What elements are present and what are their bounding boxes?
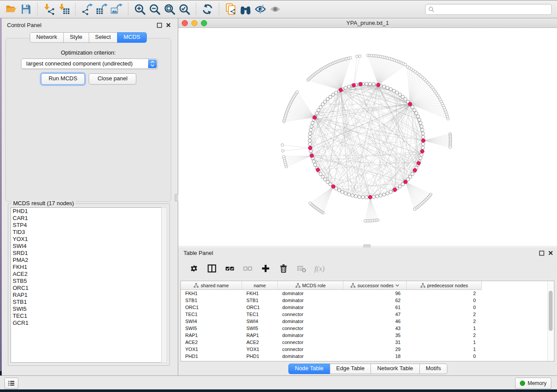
zoom-fit-button[interactable] [162, 2, 177, 17]
column-header-predecessor-nodes[interactable]: predecessor nodes [407, 281, 482, 290]
tab-network-table[interactable]: Network Table [370, 364, 419, 374]
cell[interactable]: ACE2 [242, 340, 278, 345]
float-icon[interactable] [156, 22, 162, 28]
column-header-name[interactable]: name [242, 281, 278, 290]
column-header-successor-nodes[interactable]: successor nodes [343, 281, 407, 290]
table-row[interactable]: FKH1FKH1dominator962 [181, 290, 554, 297]
cell[interactable]: 1 [407, 326, 482, 331]
table-scrollbar-thumb[interactable] [549, 291, 553, 331]
network-graph[interactable] [178, 28, 557, 246]
zoom-out-button[interactable] [147, 2, 162, 17]
ui-options-button[interactable] [4, 378, 18, 389]
zoom-selected-button[interactable] [177, 2, 192, 17]
search-network-button[interactable] [238, 2, 253, 17]
cell[interactable]: 35 [343, 333, 407, 338]
delete-column-button[interactable] [278, 263, 289, 274]
search-box[interactable] [425, 4, 552, 15]
cell[interactable]: SWI4 [242, 319, 278, 324]
cell[interactable]: ORC1 [181, 305, 242, 310]
cell[interactable]: ACE2 [181, 340, 242, 345]
cell[interactable]: connector [278, 340, 343, 345]
cell[interactable]: FKH1 [181, 291, 242, 296]
create-column-button[interactable] [260, 263, 271, 274]
cell[interactable]: 43 [343, 326, 407, 331]
import-network-button[interactable] [42, 2, 56, 17]
tab-select[interactable]: Select [89, 32, 118, 43]
cell[interactable]: connector [278, 326, 343, 331]
cell[interactable]: 46 [343, 319, 407, 324]
mcds-list-scrollbar[interactable] [161, 207, 167, 363]
cell[interactable]: ORC1 [242, 305, 278, 310]
cell[interactable]: connector [278, 347, 343, 352]
show-hidden-button[interactable] [268, 2, 283, 17]
table-row[interactable]: SWI5SWI5connector431 [181, 325, 554, 332]
cell[interactable]: 0 [407, 354, 482, 359]
cell[interactable]: 0 [407, 305, 482, 310]
attribute-settings-button[interactable] [189, 263, 199, 274]
mcds-result-item[interactable]: RAP1 [11, 292, 163, 299]
export-table-button[interactable] [94, 2, 109, 17]
column-layout-button[interactable] [207, 263, 217, 274]
vertical-splitter[interactable] [175, 18, 178, 375]
zoom-in-button[interactable] [132, 2, 147, 17]
mcds-result-list[interactable]: PHD1CAR1STP4TID3YOX1SWI4SRD1PMA2FKH1ACE2… [10, 207, 163, 363]
table-vertical-scrollbar[interactable] [547, 281, 554, 361]
mcds-result-item[interactable]: ORC1 [11, 285, 163, 292]
table-row[interactable]: SWI4SWI4dominator462 [181, 318, 554, 325]
cell[interactable]: dominator [278, 305, 343, 310]
close-icon[interactable] [166, 22, 171, 28]
mcds-result-item[interactable]: TEC1 [11, 313, 163, 320]
save-button[interactable] [18, 2, 33, 17]
deselect-all-button[interactable] [242, 263, 253, 274]
mcds-result-item[interactable]: SWI5 [11, 306, 163, 313]
cell[interactable]: 31 [343, 340, 407, 345]
cell[interactable]: 18 [343, 354, 407, 359]
column-header-shared-name[interactable]: shared name [181, 281, 242, 290]
cell[interactable]: YOX1 [181, 347, 242, 352]
cell[interactable]: STB1 [242, 298, 278, 303]
table-row[interactable]: RAP1RAP1dominator352 [181, 332, 554, 339]
run-mcds-button[interactable]: Run MCDS [41, 73, 85, 85]
cell[interactable]: PHD1 [242, 354, 278, 359]
table-row[interactable]: ACE2ACE2connector311 [181, 339, 554, 346]
mcds-result-item[interactable]: GCR1 [11, 320, 163, 327]
cell[interactable]: YOX1 [242, 347, 278, 352]
cell[interactable]: dominator [278, 298, 343, 303]
cell[interactable]: 0 [407, 298, 482, 303]
cell[interactable]: SWI4 [181, 319, 242, 324]
network-canvas[interactable] [178, 28, 557, 246]
cell[interactable]: 96 [343, 291, 407, 296]
criterion-dropdown[interactable]: largest connected component (undirected) [21, 58, 158, 69]
cell[interactable]: dominator [278, 319, 343, 324]
cell[interactable]: SWI5 [242, 326, 278, 331]
cell[interactable]: dominator [278, 354, 343, 359]
mcds-result-item[interactable]: YOX1 [11, 236, 163, 243]
cell[interactable]: 2 [407, 291, 482, 296]
select-all-button[interactable] [225, 263, 235, 274]
cell[interactable]: SWI5 [181, 326, 242, 331]
close-icon[interactable] [548, 250, 554, 256]
import-table-button[interactable] [56, 2, 71, 17]
cell[interactable]: dominator [278, 333, 343, 338]
mcds-result-item[interactable]: FKH1 [11, 264, 163, 271]
export-network-button[interactable] [80, 2, 94, 17]
table-row[interactable]: YOX1YOX1connector291 [181, 346, 554, 353]
cell[interactable]: 2 [407, 333, 482, 338]
cell[interactable]: 61 [343, 305, 407, 310]
cell[interactable]: 2 [407, 319, 482, 324]
cell[interactable]: dominator [278, 291, 343, 296]
open-button[interactable] [3, 2, 18, 17]
table-row[interactable]: TEC1TEC1connector472 [181, 311, 554, 318]
cell[interactable]: TEC1 [181, 312, 242, 317]
column-header-MCDS-role[interactable]: MCDS role [278, 281, 343, 290]
close-panel-button[interactable]: Close panel [89, 73, 136, 85]
clone-network-button[interactable] [223, 2, 238, 17]
tab-network[interactable]: Network [30, 32, 64, 43]
table-row[interactable]: PHD1PHD1dominator180 [181, 353, 554, 360]
tab-style[interactable]: Style [63, 32, 89, 43]
mcds-result-item[interactable]: CAR1 [11, 215, 163, 222]
cell[interactable]: RAP1 [242, 333, 278, 338]
cell[interactable]: TEC1 [242, 312, 278, 317]
hide-selected-button[interactable] [253, 2, 268, 17]
tab-motifs[interactable]: Motifs [419, 364, 448, 374]
